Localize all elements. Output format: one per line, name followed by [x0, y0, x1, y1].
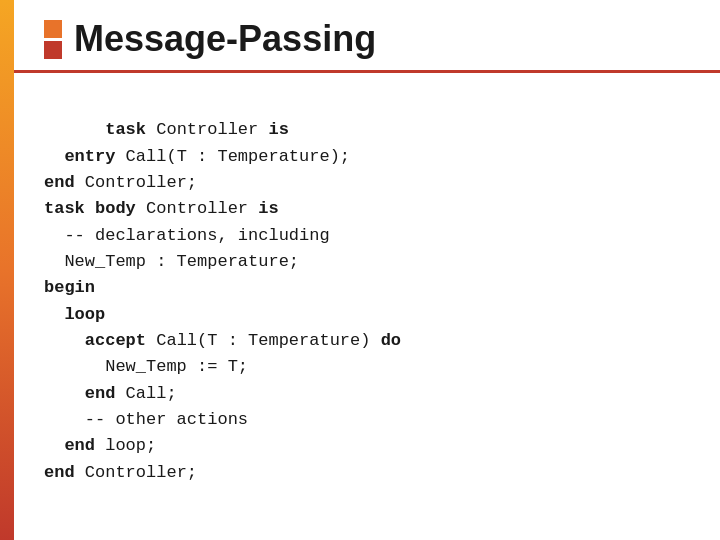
- code-block: task Controller is entry Call(T : Temper…: [44, 91, 690, 539]
- code-line-7: begin: [44, 278, 95, 297]
- code-line-2: entry Call(T : Temperature);: [44, 147, 350, 166]
- accent-bar: [0, 0, 14, 540]
- square-bottom: [44, 41, 62, 59]
- code-line-14: end Controller;: [44, 463, 197, 482]
- code-line-9: accept Call(T : Temperature) do: [44, 331, 401, 350]
- code-line-13: end loop;: [44, 436, 156, 455]
- code-line-4: task body Controller is: [44, 199, 279, 218]
- slide-title: Message-Passing: [74, 18, 376, 60]
- slide-header: Message-Passing: [14, 0, 720, 73]
- code-line-8: loop: [44, 305, 105, 324]
- code-line-3: end Controller;: [44, 173, 197, 192]
- code-line-10: New_Temp := T;: [44, 357, 248, 376]
- decorative-squares: [44, 20, 62, 59]
- square-top: [44, 20, 62, 38]
- slide-content: task Controller is entry Call(T : Temper…: [14, 73, 720, 540]
- code-line-6: New_Temp : Temperature;: [44, 252, 299, 271]
- code-line-1: task Controller is: [105, 120, 289, 139]
- code-line-11: end Call;: [44, 384, 177, 403]
- code-line-12: -- other actions: [44, 410, 248, 429]
- code-line-5: -- declarations, including: [44, 226, 330, 245]
- slide: Message-Passing task Controller is entry…: [0, 0, 720, 540]
